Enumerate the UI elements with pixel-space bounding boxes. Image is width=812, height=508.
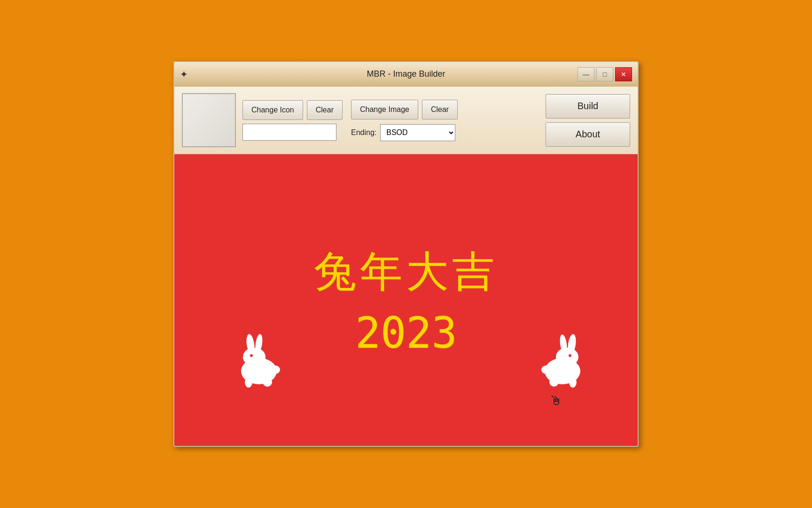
svg-point-4 bbox=[271, 365, 280, 374]
minimize-button[interactable]: — bbox=[578, 67, 594, 81]
toolbar-left: Change Icon Clear bbox=[242, 100, 343, 141]
svg-point-12 bbox=[541, 365, 551, 374]
canvas-content: 兔年大吉 2023 bbox=[174, 154, 638, 446]
window-controls: — □ ✕ bbox=[578, 67, 632, 81]
ending-select[interactable]: BSOD Reboot Shutdown Custom bbox=[380, 124, 455, 141]
toolbar: Change Icon Clear Change Image Clear End… bbox=[174, 87, 638, 154]
year-text: 2023 bbox=[355, 308, 457, 357]
main-window: ✦ MBR - Image Builder — □ ✕ Change Icon … bbox=[173, 61, 639, 447]
toolbar-middle: Change Image Clear Ending: BSOD Reboot S… bbox=[351, 100, 458, 141]
app-icon: ✦ bbox=[180, 69, 188, 80]
svg-point-9 bbox=[556, 348, 578, 366]
ending-row: Ending: BSOD Reboot Shutdown Custom bbox=[351, 124, 458, 141]
ending-label: Ending: bbox=[351, 128, 376, 137]
close-button[interactable]: ✕ bbox=[615, 67, 632, 81]
svg-point-6 bbox=[263, 377, 272, 387]
text-input[interactable] bbox=[242, 124, 336, 141]
canvas-area: 兔年大吉 2023 bbox=[174, 154, 638, 446]
title-bar-left: ✦ bbox=[180, 69, 188, 80]
build-button[interactable]: Build bbox=[546, 94, 630, 119]
rabbit-left bbox=[231, 326, 287, 389]
icon-button-row: Change Icon Clear bbox=[242, 100, 343, 120]
clear-icon-button[interactable]: Clear bbox=[307, 100, 343, 120]
svg-point-14 bbox=[549, 377, 559, 387]
svg-point-5 bbox=[245, 376, 252, 388]
change-icon-button[interactable]: Change Icon bbox=[242, 100, 303, 120]
image-button-row: Change Image Clear bbox=[351, 100, 458, 119]
icon-preview bbox=[182, 93, 236, 147]
about-button[interactable]: About bbox=[546, 122, 630, 147]
change-image-button[interactable]: Change Image bbox=[351, 100, 418, 119]
svg-point-15 bbox=[569, 354, 571, 357]
clear-image-button[interactable]: Clear bbox=[422, 100, 458, 119]
rabbit-right bbox=[534, 326, 591, 389]
text-input-row bbox=[242, 124, 343, 141]
chinese-text: 兔年大吉 bbox=[314, 243, 498, 301]
cursor: 🖱 bbox=[549, 393, 562, 408]
window-title: MBR - Image Builder bbox=[367, 69, 445, 79]
restore-button[interactable]: □ bbox=[596, 67, 613, 81]
svg-point-13 bbox=[569, 376, 577, 388]
title-bar: ✦ MBR - Image Builder — □ ✕ bbox=[174, 62, 638, 87]
svg-point-7 bbox=[250, 354, 253, 357]
toolbar-right: Build About bbox=[546, 94, 630, 147]
